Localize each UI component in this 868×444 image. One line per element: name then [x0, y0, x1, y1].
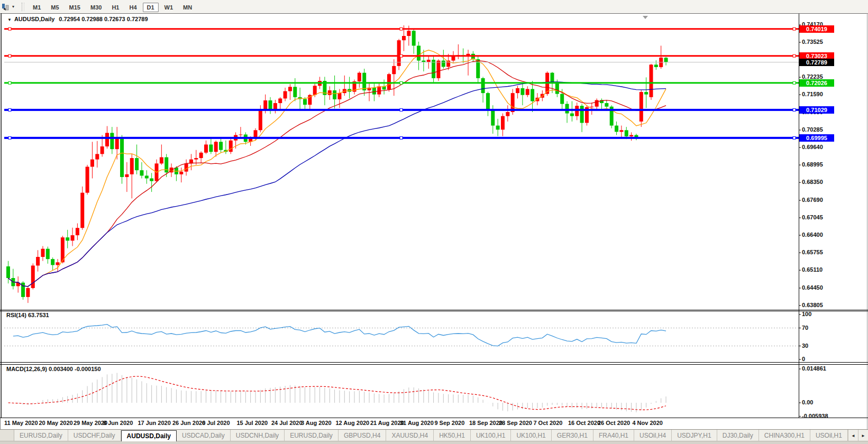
timeframe-button-d1[interactable]: D1	[143, 3, 159, 12]
line-handle[interactable]	[400, 27, 403, 30]
symbol-tab-uk100-h1[interactable]: UK100,H1	[471, 430, 511, 441]
symbol-tab-usdcnh-daily[interactable]: USDCNH,Daily	[231, 430, 285, 441]
price-badge: 0.72026	[799, 79, 834, 87]
tab-bar-stub	[0, 430, 14, 441]
price-axis-label: 0.63805	[802, 302, 823, 309]
symbol-tab-xauusd-h4[interactable]: XAUUSD,H4	[386, 430, 434, 441]
line-handle[interactable]	[8, 27, 11, 30]
date-axis-label: 3 Aug 2020	[301, 420, 332, 426]
line-handle[interactable]	[400, 136, 403, 139]
symbol-tab-usoil-h4[interactable]: USOil,H4	[634, 430, 672, 441]
line-handle[interactable]	[793, 81, 796, 84]
timeframe-button-h1[interactable]: H1	[107, 3, 123, 12]
timeframe-button-mn[interactable]: MN	[179, 3, 196, 12]
date-axis-label: 16 Oct 2020	[568, 420, 600, 426]
timeframe-button-m15[interactable]: M15	[65, 3, 85, 12]
candle	[605, 103, 608, 107]
timeframe-button-m30[interactable]: M30	[86, 3, 106, 12]
symbol-tab-usdcad-daily[interactable]: USDCAD,Daily	[177, 430, 231, 441]
line-handle[interactable]	[793, 108, 796, 111]
price-badge: 0.69995	[799, 134, 834, 142]
symbol-tab-usdjpy-h1[interactable]: USDJPY,H1	[672, 430, 717, 441]
candle	[31, 265, 35, 288]
candle	[590, 107, 593, 107]
candle	[664, 58, 668, 62]
symbol-tab-hk50-h1[interactable]: HK50,H1	[434, 430, 471, 441]
rsi-name: RSI(14)	[6, 312, 26, 318]
symbol-tab-eurusd-daily[interactable]: EURUSD,Daily	[14, 430, 68, 441]
candle	[125, 174, 129, 177]
symbol-tab-fra40-h1[interactable]: FRA40,H1	[593, 430, 634, 441]
chart-area[interactable]	[0, 13, 868, 429]
tab-scroll-right-icon[interactable]: ►	[858, 430, 868, 441]
symbol-tab-gbpusd-h4[interactable]: GBPUSD,H4	[339, 430, 386, 441]
line-handle[interactable]	[8, 81, 11, 84]
candle	[36, 257, 40, 265]
date-axis-label: 4 Nov 2020	[632, 420, 662, 426]
candle	[71, 235, 75, 240]
rsi-indicator-label: RSI(14) 63.7531	[6, 312, 49, 319]
line-handle[interactable]	[400, 54, 403, 57]
candle	[644, 92, 648, 95]
candle	[86, 166, 89, 192]
line-handle[interactable]	[793, 136, 796, 139]
candle	[526, 89, 529, 95]
candle	[278, 98, 282, 103]
trading-platform-window: ▾ M1M5M15M30H1H4D1W1MN ▼AUDUSD,Daily0.72…	[0, 0, 868, 444]
symbol-tab-china300-h1[interactable]: CHINA300,H1	[759, 430, 810, 441]
symbol-tab-eurusd-daily[interactable]: EURUSD,Daily	[285, 430, 339, 441]
line-handle[interactable]	[400, 81, 403, 84]
symbol-tab-dj30-daily[interactable]: DJ30,Daily	[717, 430, 759, 441]
price-badge: 0.72789	[799, 59, 834, 66]
toolbar-dropdown-icon[interactable]: ▾	[12, 4, 14, 9]
candle	[650, 64, 653, 97]
candle	[625, 130, 628, 136]
date-axis-label: 8 Jun 2020	[103, 420, 133, 426]
price-badge: 0.74019	[799, 25, 834, 33]
line-handle[interactable]	[8, 136, 11, 139]
candle	[259, 109, 262, 130]
toolbar-grip[interactable]	[22, 3, 24, 11]
tab-scroll-left-icon[interactable]: ◄	[848, 430, 858, 441]
chart-cursor-icon[interactable]	[2, 3, 11, 11]
candle	[110, 133, 114, 149]
price-axis-label: 0.71590	[802, 91, 823, 98]
candle	[520, 88, 524, 95]
timeframe-button-h4[interactable]: H4	[125, 3, 141, 12]
symbol-tab-usdchf-daily[interactable]: USDCHF,Daily	[68, 430, 121, 441]
candle	[491, 109, 495, 126]
timeframe-button-m5[interactable]: M5	[47, 3, 63, 12]
candle	[214, 142, 218, 152]
candle	[90, 160, 94, 167]
timeframe-button-w1[interactable]: W1	[160, 3, 178, 12]
line-handle[interactable]	[400, 108, 403, 111]
candle	[387, 74, 391, 89]
date-axis-label: 20 May 2020	[39, 420, 72, 426]
candle	[115, 138, 119, 150]
chart-ohlc-values: 0.72954 0.72988 0.72673 0.72789	[59, 16, 148, 22]
line-handle[interactable]	[793, 27, 796, 30]
chart-title: ▼AUDUSD,Daily0.72954 0.72988 0.72673 0.7…	[7, 16, 148, 23]
candle	[328, 90, 332, 95]
candle	[95, 154, 99, 159]
candle	[46, 249, 50, 259]
line-handle[interactable]	[793, 54, 796, 57]
candle	[486, 93, 490, 109]
candle	[358, 73, 361, 81]
line-handle[interactable]	[8, 54, 11, 57]
candle	[145, 175, 149, 178]
chart-dropdown-icon[interactable]: ▼	[7, 17, 12, 22]
candle	[560, 94, 564, 104]
symbol-tab-uk100-h1[interactable]: UK100,H1	[511, 430, 551, 441]
candle	[516, 88, 519, 93]
candle	[185, 163, 188, 171]
candle	[76, 228, 79, 235]
symbol-tab-usoil-h1[interactable]: USOil,H1	[810, 430, 848, 441]
symbol-tab-ger30-h1[interactable]: GER30,H1	[552, 430, 593, 441]
candle	[284, 91, 287, 99]
candle	[135, 158, 139, 170]
line-handle[interactable]	[8, 108, 11, 111]
timeframe-button-m1[interactable]: M1	[29, 3, 45, 12]
symbol-tab-audusd-daily[interactable]: AUDUSD,Daily	[121, 430, 177, 441]
candle	[160, 158, 163, 164]
